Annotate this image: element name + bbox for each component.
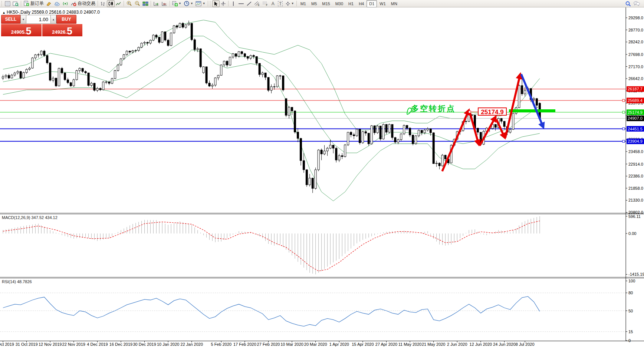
candle-body <box>79 68 80 70</box>
candle-body <box>494 125 496 127</box>
volume-input[interactable] <box>26 15 50 24</box>
timeframe-m15[interactable]: M15 <box>319 0 332 7</box>
horizontal-line-tool[interactable] <box>237 0 245 7</box>
candle-body <box>356 129 358 136</box>
candle-body <box>347 132 349 145</box>
timeframe-m5[interactable]: M5 <box>309 0 319 7</box>
toolbar-separator <box>228 1 229 6</box>
price-callout-label[interactable]: 25174.9 <box>478 107 507 116</box>
candle-body <box>253 56 254 57</box>
tile-windows-icon[interactable] <box>141 0 150 7</box>
candle-body <box>120 59 122 65</box>
channel-tool[interactable]: E <box>253 0 261 7</box>
low-value: 24883.0 <box>66 10 82 15</box>
toolbar-grip <box>210 1 211 6</box>
candle-body <box>380 126 381 139</box>
vertical-line-tool[interactable] <box>230 0 237 7</box>
hline-handle[interactable] <box>622 111 625 113</box>
cursor-tool[interactable] <box>212 0 220 7</box>
volume-decrease-button[interactable]: ▼ <box>20 15 26 24</box>
zoom-out-icon[interactable] <box>133 0 141 7</box>
rsi-axis-label: 50 <box>628 309 633 313</box>
candle-body <box>441 155 443 166</box>
candle-body <box>93 83 95 90</box>
buy-button[interactable]: BUY <box>56 15 76 24</box>
candle-body <box>477 128 479 132</box>
timeframe-m30[interactable]: M30 <box>333 0 346 7</box>
hline-handle[interactable] <box>622 140 625 142</box>
callout-anchor[interactable] <box>469 111 471 113</box>
autotrade-button[interactable]: 自动交易 <box>69 0 96 7</box>
candle-body <box>43 51 45 56</box>
trendline-tool[interactable] <box>245 0 253 7</box>
candle-body <box>533 99 535 100</box>
chart-canvas[interactable]: 29298.028770.028242.027698.027170.026642… <box>0 0 644 348</box>
date-tick-label: 15 Apr 2020 <box>352 342 374 347</box>
candle-body <box>341 156 343 157</box>
date-tick-label: 30 Dec 2019 <box>133 342 156 347</box>
rsi-axis-label: 15 <box>628 329 633 334</box>
candle-body <box>256 56 257 63</box>
charts-list-icon[interactable] <box>4 0 12 7</box>
bar-chart-icon[interactable] <box>99 0 107 7</box>
timeframe-m1[interactable]: M1 <box>298 0 309 7</box>
candle-body <box>73 80 75 86</box>
volume-increase-button[interactable]: ▲ <box>50 15 56 24</box>
turning-point-annotation[interactable]: 多空转折点 <box>411 103 456 114</box>
sell-price-display[interactable]: 24905.5 <box>1 24 42 36</box>
candle-body <box>40 51 42 55</box>
candle-body <box>158 37 160 42</box>
periods-button[interactable]: ▼ <box>183 0 194 7</box>
sell-button[interactable]: SELL <box>1 15 20 24</box>
line-chart-icon[interactable] <box>115 0 122 7</box>
crosshair-tool[interactable] <box>220 0 227 7</box>
axis-tick-label: 28770.0 <box>628 28 643 32</box>
candle-body <box>397 140 399 142</box>
timeframe-d1[interactable]: D1 <box>367 0 377 7</box>
timeframe-w1[interactable]: W1 <box>377 0 388 7</box>
cloud-icon[interactable] <box>53 0 62 7</box>
date-tick-label: 8 Jul 2020 <box>516 342 535 347</box>
signal-icon[interactable] <box>62 0 69 7</box>
timeframe-h4[interactable]: H4 <box>356 0 367 7</box>
auto-scroll-icon[interactable] <box>152 0 160 7</box>
timeframe-mn[interactable]: MN <box>388 0 400 7</box>
dropdown-caret-icon: ▼ <box>291 2 294 5</box>
fibonacci-tool[interactable]: F <box>261 0 269 7</box>
add-indicator-button[interactable]: ▼ <box>171 0 183 7</box>
candle-body <box>300 138 302 160</box>
candle-chart-icon[interactable] <box>107 0 115 7</box>
candle-body <box>400 134 402 139</box>
arrows-tool[interactable]: ▼ <box>284 0 295 7</box>
price-badge-label: 25689.4 <box>628 98 643 103</box>
candle-body <box>129 51 131 52</box>
chart-shift-icon[interactable] <box>160 0 168 7</box>
candle-body <box>509 129 511 132</box>
date-tick-label: 21 May 2020 <box>422 342 446 347</box>
zoom-in-icon[interactable] <box>125 0 133 7</box>
styler-icon[interactable] <box>45 0 53 7</box>
dropdown-caret-icon: ▼ <box>178 2 181 5</box>
new-order-button[interactable]: 新订单 <box>22 0 45 7</box>
candle-body <box>82 68 83 72</box>
one-click-trade-panel: SELL ▼ ▲ BUY 24905.5 24926.5 <box>1 15 82 36</box>
chat-icon[interactable] <box>632 0 641 7</box>
candle-body <box>102 82 104 90</box>
support-zone-bar[interactable] <box>509 109 555 112</box>
hline-handle[interactable] <box>622 99 625 102</box>
candle-body <box>99 88 101 90</box>
search-icon[interactable] <box>624 0 632 7</box>
text-label-tool[interactable]: T <box>277 0 284 7</box>
text-tool[interactable]: A <box>269 0 277 7</box>
hline-handle[interactable] <box>622 128 625 130</box>
timeframe-h1[interactable]: H1 <box>346 0 356 7</box>
template-button[interactable]: ▼ <box>194 0 207 7</box>
candle-body <box>164 32 166 40</box>
candle-body <box>318 150 319 170</box>
candle-body <box>536 99 538 105</box>
candle-body <box>223 61 225 65</box>
buy-price-display[interactable]: 24926.5 <box>42 24 83 36</box>
data-window-icon[interactable] <box>12 0 20 7</box>
new-order-label: 新订单 <box>30 0 44 7</box>
candle-body <box>374 126 375 133</box>
